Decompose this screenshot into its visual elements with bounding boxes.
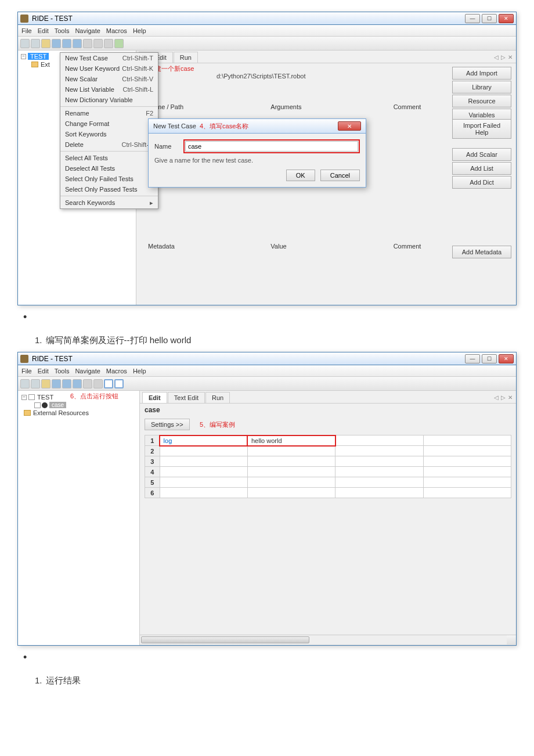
menubar: File Edit Tools Navigate Macros Help bbox=[18, 25, 516, 37]
context-menu: New Test CaseCtrl-Shift-T New User Keywo… bbox=[60, 52, 158, 209]
run-icon[interactable] bbox=[114, 39, 124, 48]
case-title: case bbox=[140, 404, 516, 416]
import-failed-help-button[interactable]: Import Failed Help bbox=[452, 119, 511, 139]
library-button[interactable]: Library bbox=[452, 81, 511, 93]
content-body: 3、创建一个新case d:\Python27\Scripts\TEST.rob… bbox=[136, 63, 516, 305]
stop-icon[interactable] bbox=[104, 379, 113, 388]
tree-panel: 6、点击运行按钮 − TEST case External Resources bbox=[18, 391, 140, 645]
dialog-close-button[interactable]: ✕ bbox=[338, 121, 361, 131]
save-all-icon[interactable] bbox=[73, 39, 82, 48]
cm-new-scalar[interactable]: New ScalarCtrl-Shift-V bbox=[60, 74, 158, 84]
menu-tools[interactable]: Tools bbox=[55, 27, 70, 34]
cm-search-keywords[interactable]: Search Keywords▸ bbox=[60, 197, 158, 208]
row-number: 1 bbox=[145, 435, 160, 446]
add-scalar-button[interactable]: Add Scalar bbox=[452, 148, 511, 161]
file-icon bbox=[28, 394, 35, 400]
k-icon[interactable] bbox=[83, 379, 92, 388]
cm-select-failed[interactable]: Select Only Failed Tests bbox=[60, 174, 158, 184]
new-test-case-dialog: New Test Case 4、填写case名称 ✕ Name Give a n… bbox=[148, 118, 366, 188]
run-icon[interactable] bbox=[114, 379, 124, 388]
cm-new-user-keyword[interactable]: New User KeywordCtrl-Shift-K bbox=[60, 63, 158, 74]
menu-navigate[interactable]: Navigate bbox=[75, 368, 100, 375]
checkbox-icon[interactable] bbox=[34, 402, 41, 408]
stop-icon[interactable] bbox=[104, 39, 113, 48]
tree-root-label[interactable]: TEST bbox=[28, 53, 49, 60]
save-icon[interactable] bbox=[62, 379, 71, 388]
cell-1-3[interactable] bbox=[335, 435, 423, 446]
cm-new-list-variable[interactable]: New List VariableCtrl-Shift-L bbox=[60, 84, 158, 95]
t-icon[interactable] bbox=[93, 379, 103, 388]
cm-deselect-all[interactable]: Deselect All Tests bbox=[60, 163, 158, 174]
menu-help[interactable]: Help bbox=[133, 27, 146, 34]
add-list-button[interactable]: Add List bbox=[452, 162, 511, 175]
settings-button[interactable]: Settings >> bbox=[145, 419, 190, 430]
save-icon[interactable] bbox=[62, 39, 71, 48]
folder-icon[interactable] bbox=[52, 39, 61, 48]
back-icon[interactable] bbox=[20, 39, 30, 48]
minimize-button[interactable]: — bbox=[465, 14, 480, 23]
menu-help[interactable]: Help bbox=[133, 368, 146, 375]
cell-1-1[interactable]: log bbox=[160, 435, 247, 446]
collapse-icon[interactable]: − bbox=[21, 395, 27, 400]
cm-change-format[interactable]: Change Format bbox=[60, 118, 158, 129]
collapse-icon[interactable]: − bbox=[21, 54, 26, 59]
menu-macros[interactable]: Macros bbox=[106, 368, 127, 375]
add-dict-button[interactable]: Add Dict bbox=[452, 176, 511, 189]
content-panel: Edit Text Edit Run ◁▷✕ case Settings >> … bbox=[140, 391, 516, 645]
open-icon[interactable] bbox=[41, 379, 50, 388]
cm-delete[interactable]: DeleteCtrl-Shift-D bbox=[60, 139, 158, 150]
bullet: • bbox=[23, 651, 517, 664]
name-label: Name bbox=[154, 143, 183, 150]
tab-edit[interactable]: Edit bbox=[142, 392, 167, 403]
add-metadata-button[interactable]: Add Metadata bbox=[452, 246, 511, 258]
name-input[interactable] bbox=[185, 141, 358, 152]
menu-file[interactable]: File bbox=[21, 27, 32, 34]
folder-icon bbox=[31, 62, 38, 67]
annotation-6: 6、点击运行按钮 bbox=[70, 392, 118, 401]
tabs-controls[interactable]: ◁▷✕ bbox=[493, 394, 514, 401]
tree-panel: − TEST Ext New Test CaseCtrl-Shift-T New… bbox=[18, 51, 136, 305]
cm-sort-keywords[interactable]: Sort Keywords bbox=[60, 129, 158, 139]
tree-external-resources[interactable]: External Resources bbox=[23, 409, 137, 417]
cm-rename[interactable]: RenameF2 bbox=[60, 108, 158, 118]
add-import-button[interactable]: Add Import bbox=[452, 67, 511, 80]
resource-button[interactable]: Resource bbox=[452, 95, 511, 107]
menu-file[interactable]: File bbox=[21, 368, 32, 375]
scrollbar[interactable] bbox=[140, 635, 516, 645]
cm-select-passed[interactable]: Select Only Passed Tests bbox=[60, 184, 158, 195]
menu-tools[interactable]: Tools bbox=[55, 368, 70, 375]
tabs-controls[interactable]: ◁▷✕ bbox=[493, 54, 514, 60]
close-button[interactable]: ✕ bbox=[499, 14, 514, 23]
forward-icon[interactable] bbox=[31, 379, 40, 388]
tab-textedit[interactable]: Text Edit bbox=[168, 392, 205, 403]
cm-new-test-case[interactable]: New Test CaseCtrl-Shift-T bbox=[60, 53, 158, 63]
maximize-button[interactable]: ☐ bbox=[482, 354, 497, 363]
scroll-thumb[interactable] bbox=[141, 636, 309, 643]
cm-new-dict-variable[interactable]: New Dictionary Variable bbox=[60, 95, 158, 105]
save-all-icon[interactable] bbox=[73, 379, 82, 388]
ok-button[interactable]: OK bbox=[286, 170, 315, 181]
t-icon[interactable] bbox=[93, 39, 103, 48]
row-number: 2 bbox=[145, 446, 160, 456]
tree-case[interactable]: case bbox=[33, 401, 137, 409]
tab-run[interactable]: Run bbox=[205, 392, 230, 403]
cancel-button[interactable]: Cancel bbox=[320, 170, 360, 181]
back-icon[interactable] bbox=[20, 379, 30, 388]
menu-navigate[interactable]: Navigate bbox=[75, 27, 100, 34]
open-icon[interactable] bbox=[41, 39, 50, 48]
row-number: 4 bbox=[145, 467, 160, 477]
menu-edit[interactable]: Edit bbox=[38, 27, 49, 34]
k-icon[interactable] bbox=[83, 39, 92, 48]
minimize-button[interactable]: — bbox=[465, 354, 480, 363]
window-title: RIDE - TEST bbox=[32, 355, 465, 363]
tab-run[interactable]: Run bbox=[174, 52, 198, 63]
close-button[interactable]: ✕ bbox=[499, 354, 514, 363]
folder-icon[interactable] bbox=[52, 379, 61, 388]
forward-icon[interactable] bbox=[31, 39, 40, 48]
cm-select-all[interactable]: Select All Tests bbox=[60, 153, 158, 163]
cell-1-2[interactable]: hello world bbox=[247, 435, 335, 446]
menu-edit[interactable]: Edit bbox=[38, 368, 49, 375]
maximize-button[interactable]: ☐ bbox=[482, 14, 497, 23]
cell-1-4[interactable] bbox=[423, 435, 511, 446]
menu-macros[interactable]: Macros bbox=[106, 27, 127, 34]
